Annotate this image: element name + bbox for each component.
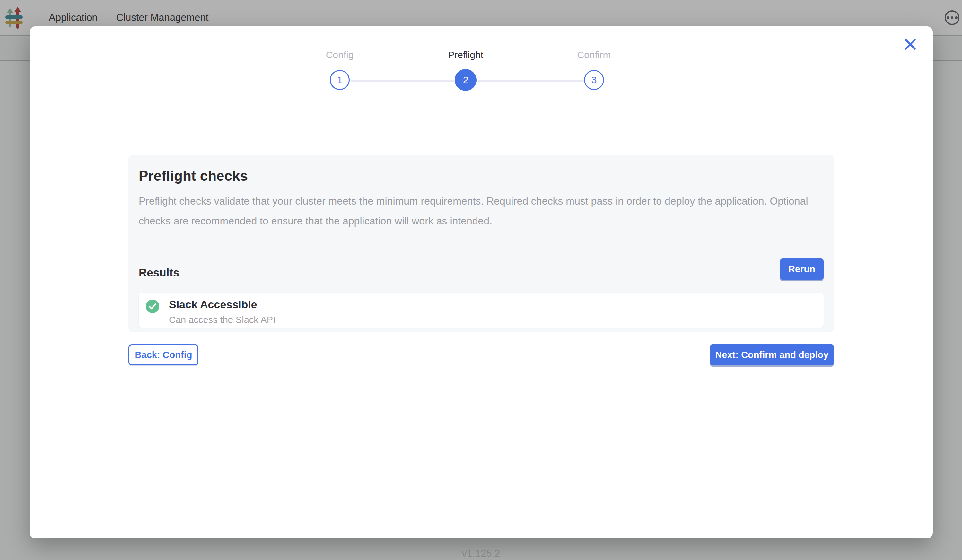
stepper-step-config: Config 1 bbox=[298, 50, 381, 90]
results-heading: Results bbox=[139, 266, 179, 279]
step-label: Preflight bbox=[448, 50, 483, 62]
results-row: Results Rerun bbox=[139, 258, 823, 280]
preflight-modal: Config 1 Preflight 2 Confirm 3 Preflight… bbox=[29, 26, 933, 539]
rerun-button[interactable]: Rerun bbox=[780, 258, 823, 280]
result-title: Slack Accessible bbox=[169, 298, 276, 311]
next-confirm-deploy-button[interactable]: Next: Confirm and deploy bbox=[710, 344, 834, 365]
panel-description: Preflight checks validate that your clus… bbox=[139, 191, 823, 231]
stepper-step-preflight: Preflight 2 bbox=[424, 50, 507, 91]
result-message: Can access the Slack API bbox=[169, 315, 276, 325]
close-icon[interactable] bbox=[903, 37, 917, 52]
result-texts: Slack Accessible Can access the Slack AP… bbox=[169, 298, 276, 325]
back-config-button[interactable]: Back: Config bbox=[128, 344, 199, 365]
success-check-icon bbox=[146, 300, 159, 313]
stepper-step-confirm: Confirm 3 bbox=[552, 50, 636, 90]
panel-title: Preflight checks bbox=[139, 168, 823, 184]
modal-actions: Back: Config Next: Confirm and deploy bbox=[128, 344, 834, 365]
step-circle-3[interactable]: 3 bbox=[584, 70, 604, 90]
step-circle-2[interactable]: 2 bbox=[455, 69, 476, 91]
step-label: Confirm bbox=[577, 50, 611, 62]
step-label: Config bbox=[326, 50, 354, 62]
preflight-result-item: Slack Accessible Can access the Slack AP… bbox=[139, 292, 823, 328]
preflight-panel: Preflight checks Preflight checks valida… bbox=[128, 155, 834, 332]
step-circle-1[interactable]: 1 bbox=[330, 70, 350, 90]
